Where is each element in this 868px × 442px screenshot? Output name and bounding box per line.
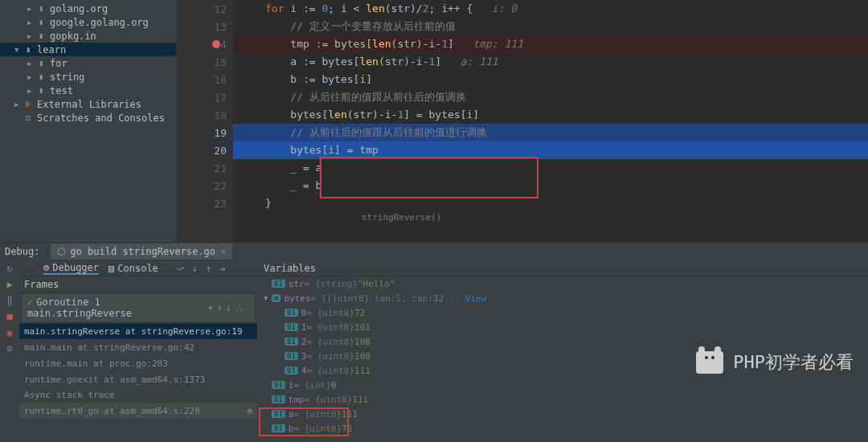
gutter-line[interactable]: 22 xyxy=(177,177,233,194)
code-line[interactable]: bytes[len(str)-i-1] = bytes[i] xyxy=(233,106,868,124)
code-editor[interactable]: for i := 0; i < len(str)/2; i++ { i: 0 /… xyxy=(233,0,868,242)
code-line[interactable]: for i := 0; i < len(str)/2; i++ { i: 0 xyxy=(233,0,868,18)
gutter-line[interactable]: 13 xyxy=(177,18,233,35)
frame-item[interactable]: runtime.main at proc.go:203 xyxy=(19,355,257,371)
scratch-icon: ⊡ xyxy=(23,113,34,122)
type-badge-icon: 01 xyxy=(272,395,285,403)
wechat-icon xyxy=(696,351,723,374)
bug-icon: ⚙ xyxy=(43,262,49,273)
chevron-down-icon[interactable]: ▾ xyxy=(207,302,213,313)
go-icon: ⬡ xyxy=(57,246,65,257)
code-line[interactable]: // 定义一个变量存放从后往前的值 xyxy=(233,18,868,35)
folder-icon: ▮ xyxy=(23,45,34,54)
type-badge-icon: 01 xyxy=(285,338,298,346)
variable-item[interactable]: 01tmp = {uint8} 111 xyxy=(257,392,868,407)
link-icon: ⊕ xyxy=(247,406,252,416)
type-badge-icon: ≡ xyxy=(272,294,280,302)
nav-down-icon[interactable]: ↓ xyxy=(226,302,231,313)
folder-icon: ▮ xyxy=(35,59,47,68)
gutter-line[interactable]: 19 xyxy=(177,124,233,141)
mute-breakpoints-button[interactable]: ⊘ xyxy=(3,342,16,355)
debug-panel: Debug: ⬡ go build stringReverse.go × ↻ ▶… xyxy=(0,242,868,442)
view-link[interactable]: ... View xyxy=(444,293,486,304)
frames-header: Frames xyxy=(19,276,257,293)
code-line[interactable]: // 从后往前的值跟从前往后的值调换 xyxy=(233,88,868,106)
console-tab[interactable]: ▤Console xyxy=(108,263,158,274)
folder-icon: ▮ xyxy=(35,86,47,95)
gutter-line[interactable]: 15 xyxy=(177,53,233,71)
tree-item[interactable]: ▶▮string xyxy=(0,70,176,84)
breakpoint-icon[interactable] xyxy=(212,40,220,48)
variable-item[interactable]: 010 = {uint8} 72 xyxy=(257,305,868,320)
watermark: PHP初学者必看 xyxy=(696,350,854,374)
gutter-line[interactable]: 16 xyxy=(177,71,233,88)
function-breadcrumb: stringReverse() xyxy=(233,212,868,225)
variable-item[interactable]: 01str = {string} "Hello" xyxy=(257,276,868,291)
variable-item[interactable]: ▼≡bytes = {[]uint8} len:5, cap:32 ... Vi… xyxy=(257,291,868,305)
gutter-line[interactable]: 14 xyxy=(177,35,233,53)
run-to-cursor-button[interactable]: ⇥ xyxy=(219,263,225,274)
folder-icon: ▮ xyxy=(35,31,47,40)
step-over-button[interactable]: ⤻ xyxy=(176,263,184,274)
type-badge-icon: 01 xyxy=(285,309,298,317)
debug-label: Debug: xyxy=(5,246,39,257)
folder-icon: ▮ xyxy=(35,4,47,13)
project-tree[interactable]: ▶▮golang.org▶▮google.golang.org▶▮gopkg.i… xyxy=(0,0,177,242)
stop-button[interactable]: ■ xyxy=(3,310,16,323)
nav-up-icon[interactable]: ↑ xyxy=(217,302,223,313)
pause-button[interactable]: ‖ xyxy=(3,294,16,307)
debug-run-tab[interactable]: ⬡ go build stringReverse.go × xyxy=(51,244,232,260)
console-icon: ▤ xyxy=(108,263,114,274)
tree-item[interactable]: ▶▮test xyxy=(0,84,176,97)
folder-icon: ▮ xyxy=(35,18,47,27)
type-badge-icon: 01 xyxy=(285,366,298,374)
check-icon: ✓ xyxy=(27,297,33,308)
variable-item[interactable]: 01i = {int} 0 xyxy=(257,378,868,392)
library-icon: ⊪ xyxy=(23,100,34,108)
view-breakpoints-button[interactable]: ◉ xyxy=(3,326,16,339)
variable-item[interactable]: 012 = {uint8} 108 xyxy=(257,334,868,349)
code-line[interactable]: // 从前往后的值跟从后往前的值进行调换 xyxy=(233,124,868,141)
highlight-box-code xyxy=(320,157,538,198)
gutter-line[interactable]: 21 xyxy=(177,159,233,177)
variable-item[interactable]: 01a = {uint8} 111 xyxy=(257,407,868,421)
frame-item[interactable]: runtime.rt0_go at asm_amd64.s:220⊕ xyxy=(19,403,257,419)
async-trace-label: Async stack trace xyxy=(19,387,257,403)
variable-item[interactable]: 01b = {uint8} 72 xyxy=(257,421,868,436)
tree-item[interactable]: ▶▮google.golang.org xyxy=(0,15,176,29)
variable-item[interactable]: 011 = {uint8} 101 xyxy=(257,320,868,334)
gutter[interactable]: 121314151617181920212223 xyxy=(177,0,233,242)
debugger-tab[interactable]: ⚙Debugger xyxy=(43,262,99,275)
gutter-line[interactable]: 12 xyxy=(177,0,233,18)
tree-item[interactable]: ▶▮for xyxy=(0,56,176,70)
gutter-line[interactable]: 17 xyxy=(177,88,233,106)
code-line[interactable]: tmp := bytes[len(str)-i-1] tmp: 111 xyxy=(233,35,868,53)
code-line[interactable]: b := bytes[i] xyxy=(233,71,868,88)
external-libraries[interactable]: ▶⊪External Libraries xyxy=(0,97,176,111)
type-badge-icon: 01 xyxy=(285,352,298,360)
rerun-button[interactable]: ↻ xyxy=(3,262,16,275)
gutter-line[interactable]: 23 xyxy=(177,194,233,212)
tree-item[interactable]: ▶▮golang.org xyxy=(0,2,176,15)
variables-header: Variables xyxy=(257,260,868,276)
code-line[interactable]: a := bytes[len(str)-i-1] a: 111 xyxy=(233,53,868,71)
frame-item[interactable]: main.main at stringReverse.go:42 xyxy=(19,339,257,355)
step-into-button[interactable]: ↓ xyxy=(192,263,198,274)
debug-controls: ↻ ▶ ‖ ■ ◉ ⊘ xyxy=(0,260,19,442)
step-out-button[interactable]: ↑ xyxy=(206,263,211,274)
tree-item[interactable]: ▶▮gopkg.in xyxy=(0,29,176,43)
frame-item[interactable]: runtime.goexit at asm_amd64.s:1373 xyxy=(19,371,257,387)
type-badge-icon: 01 xyxy=(285,323,298,331)
tree-item[interactable]: ▼▮learn xyxy=(0,43,176,56)
gutter-line[interactable]: 18 xyxy=(177,106,233,124)
frame-item[interactable]: main.stringReverse at stringReverse.go:1… xyxy=(19,323,257,339)
close-icon[interactable]: × xyxy=(220,246,226,257)
type-badge-icon: 01 xyxy=(272,381,285,389)
type-badge-icon: 01 xyxy=(272,280,285,288)
resume-button[interactable]: ▶ xyxy=(3,278,16,291)
folder-icon: ▮ xyxy=(35,72,47,81)
filter-icon[interactable]: ⛬ xyxy=(235,302,244,313)
goroutine-selector[interactable]: ✓Goroutine 1 main.stringReverse ▾↑↓⛬ xyxy=(23,294,254,321)
gutter-line[interactable]: 20 xyxy=(177,141,233,159)
scratches-consoles[interactable]: ⊡Scratches and Consoles xyxy=(0,111,176,125)
